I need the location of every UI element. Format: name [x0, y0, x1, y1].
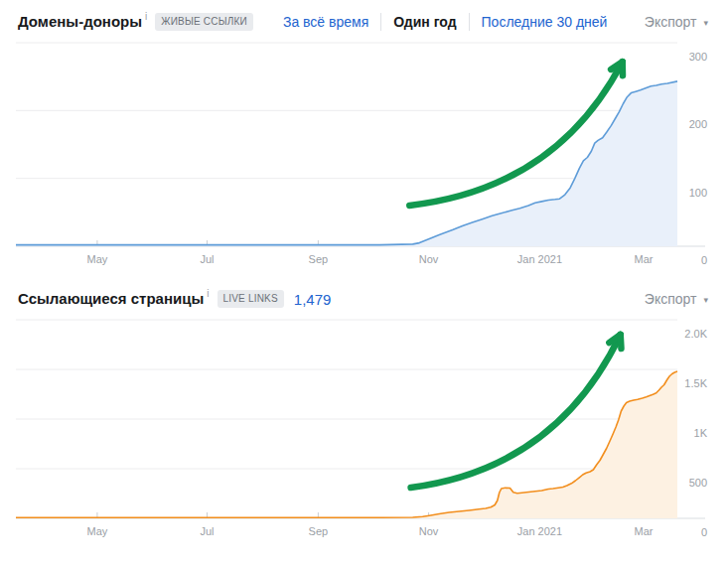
svg-text:300: 300	[689, 51, 707, 63]
svg-text:Mar: Mar	[635, 253, 654, 265]
svg-text:Jul: Jul	[200, 253, 214, 265]
export-button[interactable]: Экспорт ▾	[645, 291, 708, 307]
caret-down-icon: ▾	[703, 295, 708, 305]
tab-all-time[interactable]: За всё время	[271, 14, 380, 30]
tab-last-30-days[interactable]: Последние 30 дней	[470, 14, 620, 30]
referring-domains-header: Домены-доноры i ЖИВЫЕ ССЫЛКИ За всё врем…	[0, 9, 728, 35]
svg-text:Jan 2021: Jan 2021	[517, 253, 562, 265]
tab-one-year[interactable]: Один год	[381, 14, 468, 30]
backlinks-report-page: Домены-доноры i ЖИВЫЕ ССЫЛКИ За всё врем…	[0, 0, 728, 568]
svg-text:Nov: Nov	[419, 525, 439, 537]
time-range-tabs: За всё время Один год Последние 30 дней	[271, 13, 619, 31]
caret-down-icon: ▾	[703, 18, 708, 28]
svg-text:Sep: Sep	[309, 253, 329, 265]
svg-text:1.5K: 1.5K	[684, 377, 707, 389]
svg-text:2.0K: 2.0K	[684, 328, 707, 340]
info-icon[interactable]: i	[145, 11, 147, 22]
referring-domains-chart[interactable]: 3002001000MayJulSepNovJan 2021Mar	[0, 35, 728, 273]
svg-text:1K: 1K	[694, 427, 708, 439]
referring-pages-section: Ссылающиеся страницы i LIVE LINKS 1,479 …	[0, 286, 728, 550]
referring-pages-header: Ссылающиеся страницы i LIVE LINKS 1,479 …	[0, 286, 728, 312]
svg-text:100: 100	[689, 187, 707, 199]
referring-pages-count[interactable]: 1,479	[294, 291, 332, 308]
export-button[interactable]: Экспорт ▾	[645, 14, 708, 30]
referring-domains-section: Домены-доноры i ЖИВЫЕ ССЫЛКИ За всё врем…	[0, 9, 728, 273]
live-links-badge: LIVE LINKS	[218, 290, 284, 308]
referring-pages-chart[interactable]: 2.0K1.5K1K5000MayJulSepNovJan 2021Mar	[0, 312, 728, 550]
svg-text:200: 200	[689, 118, 707, 130]
svg-text:Sep: Sep	[309, 525, 329, 537]
svg-text:Jan 2021: Jan 2021	[517, 525, 562, 537]
svg-text:Mar: Mar	[635, 525, 654, 537]
svg-text:May: May	[87, 525, 108, 537]
referring-pages-title: Ссылающиеся страницы	[18, 286, 204, 312]
export-label: Экспорт	[645, 14, 697, 30]
svg-text:May: May	[87, 253, 108, 265]
svg-text:Jul: Jul	[200, 525, 214, 537]
live-links-badge: ЖИВЫЕ ССЫЛКИ	[155, 13, 253, 31]
svg-text:Nov: Nov	[419, 253, 439, 265]
svg-text:500: 500	[689, 477, 707, 489]
svg-text:0: 0	[701, 526, 707, 538]
export-label: Экспорт	[645, 291, 697, 307]
info-icon[interactable]: i	[207, 288, 209, 299]
svg-text:0: 0	[701, 254, 707, 266]
referring-domains-title: Домены-доноры	[18, 9, 142, 35]
